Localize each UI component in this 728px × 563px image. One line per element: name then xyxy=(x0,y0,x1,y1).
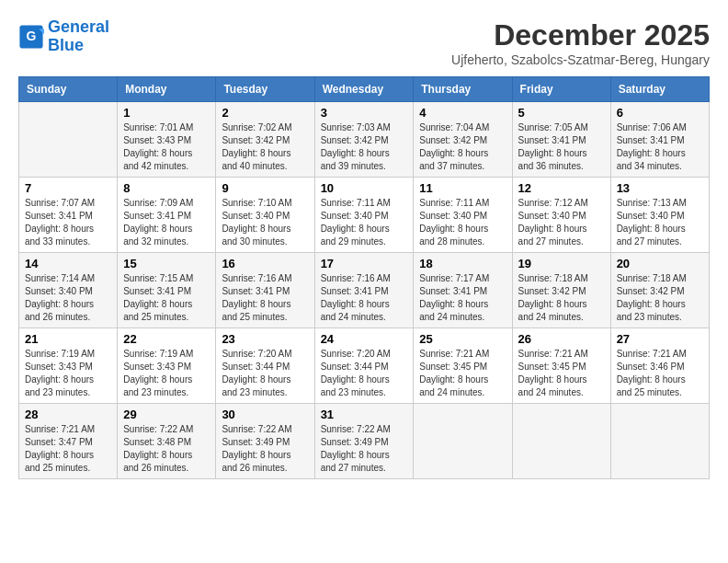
calendar-day-cell: 21Sunrise: 7:19 AM Sunset: 3:43 PM Dayli… xyxy=(19,328,118,404)
day-info: Sunrise: 7:07 AM Sunset: 3:41 PM Dayligh… xyxy=(25,197,111,248)
day-number: 28 xyxy=(25,408,111,421)
header-cell: Tuesday xyxy=(216,77,314,102)
day-info: Sunrise: 7:22 AM Sunset: 3:48 PM Dayligh… xyxy=(123,423,210,475)
calendar-day-cell: 3Sunrise: 7:03 AM Sunset: 3:42 PM Daylig… xyxy=(314,102,414,178)
day-number: 31 xyxy=(321,408,408,421)
day-info: Sunrise: 7:01 AM Sunset: 3:43 PM Dayligh… xyxy=(123,121,210,173)
day-number: 24 xyxy=(321,332,408,346)
day-number: 17 xyxy=(321,257,408,270)
day-number: 21 xyxy=(25,332,111,346)
location-subtitle: Ujfeherto, Szabolcs-Szatmar-Bereg, Hunga… xyxy=(451,52,710,67)
day-number: 15 xyxy=(123,257,210,270)
day-number: 9 xyxy=(222,181,308,195)
day-number: 6 xyxy=(617,106,703,120)
calendar-week-row: 7Sunrise: 7:07 AM Sunset: 3:41 PM Daylig… xyxy=(19,178,710,253)
header-cell: Wednesday xyxy=(314,77,414,102)
day-info: Sunrise: 7:20 AM Sunset: 3:44 PM Dayligh… xyxy=(222,348,308,399)
calendar-day-cell: 17Sunrise: 7:16 AM Sunset: 3:41 PM Dayli… xyxy=(314,253,414,328)
day-info: Sunrise: 7:11 AM Sunset: 3:40 PM Dayligh… xyxy=(419,197,506,248)
calendar-day-cell: 26Sunrise: 7:21 AM Sunset: 3:45 PM Dayli… xyxy=(512,328,610,404)
calendar-day-cell: 29Sunrise: 7:22 AM Sunset: 3:48 PM Dayli… xyxy=(118,404,216,479)
logo-line1: General xyxy=(48,17,109,36)
day-info: Sunrise: 7:04 AM Sunset: 3:42 PM Dayligh… xyxy=(419,121,506,173)
calendar-day-cell: 12Sunrise: 7:12 AM Sunset: 3:40 PM Dayli… xyxy=(512,178,610,253)
calendar-day-cell: 13Sunrise: 7:13 AM Sunset: 3:40 PM Dayli… xyxy=(610,178,709,253)
day-number: 27 xyxy=(617,332,703,346)
day-info: Sunrise: 7:18 AM Sunset: 3:42 PM Dayligh… xyxy=(617,272,703,324)
calendar-day-cell: 10Sunrise: 7:11 AM Sunset: 3:40 PM Dayli… xyxy=(314,178,414,253)
calendar-day-cell xyxy=(19,102,118,178)
calendar-day-cell: 4Sunrise: 7:04 AM Sunset: 3:42 PM Daylig… xyxy=(414,102,512,178)
logo-icon: G xyxy=(18,24,44,50)
day-info: Sunrise: 7:10 AM Sunset: 3:40 PM Dayligh… xyxy=(222,197,308,248)
calendar-day-cell: 11Sunrise: 7:11 AM Sunset: 3:40 PM Dayli… xyxy=(414,178,512,253)
day-number: 3 xyxy=(321,106,408,120)
calendar-header-row: SundayMondayTuesdayWednesdayThursdayFrid… xyxy=(19,77,710,102)
calendar-day-cell: 8Sunrise: 7:09 AM Sunset: 3:41 PM Daylig… xyxy=(118,178,216,253)
calendar-day-cell: 15Sunrise: 7:15 AM Sunset: 3:41 PM Dayli… xyxy=(118,253,216,328)
calendar-day-cell: 28Sunrise: 7:21 AM Sunset: 3:47 PM Dayli… xyxy=(19,404,118,479)
page-header: G General Blue December 2025 Ujfeherto, … xyxy=(18,18,710,67)
calendar-day-cell: 5Sunrise: 7:05 AM Sunset: 3:41 PM Daylig… xyxy=(512,102,610,178)
day-number: 5 xyxy=(518,106,605,120)
header-cell: Saturday xyxy=(610,77,709,102)
header-cell: Friday xyxy=(512,77,610,102)
day-info: Sunrise: 7:20 AM Sunset: 3:44 PM Dayligh… xyxy=(321,348,408,399)
day-info: Sunrise: 7:22 AM Sunset: 3:49 PM Dayligh… xyxy=(222,423,308,475)
day-info: Sunrise: 7:21 AM Sunset: 3:45 PM Dayligh… xyxy=(518,348,605,399)
day-info: Sunrise: 7:11 AM Sunset: 3:40 PM Dayligh… xyxy=(321,197,408,248)
calendar-day-cell: 31Sunrise: 7:22 AM Sunset: 3:49 PM Dayli… xyxy=(314,404,414,479)
day-number: 25 xyxy=(419,332,506,346)
day-number: 23 xyxy=(222,332,308,346)
day-number: 30 xyxy=(222,408,308,421)
day-number: 11 xyxy=(419,181,506,195)
logo-line2: Blue xyxy=(48,36,84,54)
svg-text:G: G xyxy=(27,29,37,43)
day-number: 16 xyxy=(222,257,308,270)
day-number: 14 xyxy=(25,257,111,270)
day-info: Sunrise: 7:06 AM Sunset: 3:41 PM Dayligh… xyxy=(617,121,703,173)
calendar-day-cell: 23Sunrise: 7:20 AM Sunset: 3:44 PM Dayli… xyxy=(216,328,314,404)
calendar-day-cell: 27Sunrise: 7:21 AM Sunset: 3:46 PM Dayli… xyxy=(610,328,709,404)
day-number: 29 xyxy=(123,408,210,421)
calendar-week-row: 28Sunrise: 7:21 AM Sunset: 3:47 PM Dayli… xyxy=(19,404,710,479)
calendar-day-cell: 6Sunrise: 7:06 AM Sunset: 3:41 PM Daylig… xyxy=(610,102,709,178)
title-block: December 2025 Ujfeherto, Szabolcs-Szatma… xyxy=(451,18,710,67)
calendar-day-cell: 25Sunrise: 7:21 AM Sunset: 3:45 PM Dayli… xyxy=(414,328,512,404)
day-number: 22 xyxy=(123,332,210,346)
day-info: Sunrise: 7:13 AM Sunset: 3:40 PM Dayligh… xyxy=(617,197,703,248)
day-info: Sunrise: 7:19 AM Sunset: 3:43 PM Dayligh… xyxy=(123,348,210,399)
calendar-day-cell: 22Sunrise: 7:19 AM Sunset: 3:43 PM Dayli… xyxy=(118,328,216,404)
calendar-day-cell: 2Sunrise: 7:02 AM Sunset: 3:42 PM Daylig… xyxy=(216,102,314,178)
calendar-day-cell: 18Sunrise: 7:17 AM Sunset: 3:41 PM Dayli… xyxy=(414,253,512,328)
calendar-day-cell: 16Sunrise: 7:16 AM Sunset: 3:41 PM Dayli… xyxy=(216,253,314,328)
calendar-body: 1Sunrise: 7:01 AM Sunset: 3:43 PM Daylig… xyxy=(19,102,710,479)
calendar-day-cell: 20Sunrise: 7:18 AM Sunset: 3:42 PM Dayli… xyxy=(610,253,709,328)
day-info: Sunrise: 7:16 AM Sunset: 3:41 PM Dayligh… xyxy=(321,272,408,324)
day-info: Sunrise: 7:09 AM Sunset: 3:41 PM Dayligh… xyxy=(123,197,210,248)
calendar-day-cell: 24Sunrise: 7:20 AM Sunset: 3:44 PM Dayli… xyxy=(314,328,414,404)
day-number: 26 xyxy=(518,332,605,346)
calendar-day-cell: 7Sunrise: 7:07 AM Sunset: 3:41 PM Daylig… xyxy=(19,178,118,253)
calendar-day-cell xyxy=(414,404,512,479)
day-info: Sunrise: 7:12 AM Sunset: 3:40 PM Dayligh… xyxy=(518,197,605,248)
day-number: 20 xyxy=(617,257,703,270)
calendar-week-row: 14Sunrise: 7:14 AM Sunset: 3:40 PM Dayli… xyxy=(19,253,710,328)
day-number: 13 xyxy=(617,181,703,195)
day-info: Sunrise: 7:02 AM Sunset: 3:42 PM Dayligh… xyxy=(222,121,308,173)
calendar-day-cell: 19Sunrise: 7:18 AM Sunset: 3:42 PM Dayli… xyxy=(512,253,610,328)
header-cell: Sunday xyxy=(19,77,118,102)
day-info: Sunrise: 7:21 AM Sunset: 3:47 PM Dayligh… xyxy=(25,423,111,475)
calendar-day-cell: 30Sunrise: 7:22 AM Sunset: 3:49 PM Dayli… xyxy=(216,404,314,479)
calendar-table: SundayMondayTuesdayWednesdayThursdayFrid… xyxy=(18,76,710,479)
day-info: Sunrise: 7:21 AM Sunset: 3:45 PM Dayligh… xyxy=(419,348,506,399)
day-info: Sunrise: 7:21 AM Sunset: 3:46 PM Dayligh… xyxy=(617,348,703,399)
day-info: Sunrise: 7:18 AM Sunset: 3:42 PM Dayligh… xyxy=(518,272,605,324)
day-number: 1 xyxy=(123,106,210,120)
day-info: Sunrise: 7:15 AM Sunset: 3:41 PM Dayligh… xyxy=(123,272,210,324)
calendar-day-cell xyxy=(512,404,610,479)
logo-text: General Blue xyxy=(48,18,109,55)
day-info: Sunrise: 7:17 AM Sunset: 3:41 PM Dayligh… xyxy=(419,272,506,324)
day-info: Sunrise: 7:14 AM Sunset: 3:40 PM Dayligh… xyxy=(25,272,111,324)
logo: G General Blue xyxy=(18,18,109,55)
